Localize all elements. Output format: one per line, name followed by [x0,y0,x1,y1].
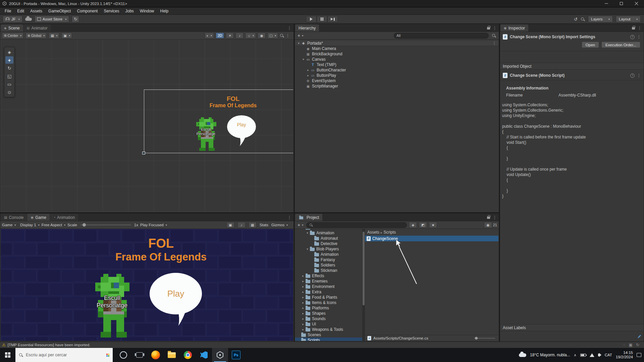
rect-tool-button[interactable]: ▭ [5,80,13,88]
refresh-button[interactable]: ↻ [72,16,79,22]
tab-hierarchy[interactable]: Hierarchy [295,24,319,32]
start-button[interactable] [0,348,15,362]
scale-tool-button[interactable]: ◱ [5,72,13,80]
foldout-arrow-icon[interactable]: ▸ [301,296,305,299]
foldout-arrow-icon[interactable]: ▾ [305,247,310,251]
unity-taskbar-button[interactable] [212,348,228,362]
character-button-label[interactable]: EscullPersonatge [78,294,146,309]
metrics-icon[interactable]: ▦ [249,222,257,228]
hierarchy-item-canvas[interactable]: ▾Canvas [295,57,498,62]
weather-text[interactable]: 18°C Mayorm. nubla... [530,353,570,357]
help-icon[interactable]: ? [630,35,635,39]
project-folder-extra[interactable]: ▸Extra [295,289,362,295]
tab-animation[interactable]: ◔Animation [50,214,78,221]
cortana-button[interactable] [115,348,131,362]
close-button[interactable] [629,0,644,7]
scrollbar-thumb[interactable] [363,232,365,305]
foldout-arrow-icon[interactable]: ▸ [301,301,305,304]
play-button-label[interactable]: Play [227,122,256,127]
menu-window[interactable]: Window [137,9,157,13]
transform-tool-button[interactable]: ⊙ [5,88,13,96]
hierarchy-item-main-camera[interactable]: Main Camera [295,46,498,51]
project-folder-environment[interactable]: ▸Environment [295,284,362,289]
project-folder-blob-players[interactable]: ▾Blob Players [295,246,362,252]
scene-options-icon[interactable] [492,41,496,46]
hierarchy-search-icon[interactable] [492,34,496,38]
2d-toggle[interactable]: 2D [216,33,224,39]
foldout-arrow-icon[interactable]: ▸ [301,274,305,278]
project-folder-platforms[interactable]: ▸Platforms [295,305,362,311]
play-button[interactable] [306,16,317,22]
handle-position-dropdown[interactable]: ⊞Center [2,33,23,39]
draw-mode-dropdown[interactable]: ◐ [205,33,214,39]
scale-slider-thumb[interactable] [83,223,86,227]
game-viewport[interactable]: FOL Frame Of Legends EscullPersonatge Pl… [1,229,293,341]
menu-component[interactable]: Component [74,9,101,13]
gizmos-dropdown[interactable]: Gizmos [271,223,288,227]
wifi-icon[interactable] [590,353,594,357]
chrome-button[interactable] [180,348,196,362]
favorites-icon[interactable]: ★ [429,222,437,228]
project-folder-food-plants[interactable]: ▸Food & Plants [295,295,362,300]
account-dropdown[interactable]: JF [3,16,22,22]
status-refresh-icon[interactable]: ↻ [636,343,639,347]
effects-dropdown[interactable]: ☼ [245,33,256,39]
language-indicator[interactable]: CAT [605,353,612,357]
scene-viewport[interactable]: FOL Frame Of Legends EscullPersonatge Pl… [1,40,293,212]
project-folder-detective[interactable]: Detective [295,241,362,246]
tab-scene[interactable]: ◈Scene [1,24,23,32]
search-by-type-icon[interactable]: ◈ [409,222,417,228]
foldout-arrow-icon[interactable]: ▸ [301,306,305,310]
hierarchy-item-text-tmp[interactable]: TText (TMP) [295,62,498,67]
thumbnail-zoom-slider[interactable] [474,338,495,339]
volume-icon[interactable] [598,354,600,356]
taskbar-search[interactable] [15,348,113,362]
zoom-slider-thumb[interactable] [475,337,478,340]
search-icon[interactable] [581,17,585,21]
foldout-arrow-icon[interactable]: ▸ [301,280,305,283]
hierarchy-item-scriptmanager[interactable]: ScriptManager [295,83,498,89]
aspect-dropdown[interactable]: Free Aspect [42,223,65,227]
search-by-label-icon[interactable]: ◩ [419,222,427,228]
menu-edit[interactable]: Edit [14,9,27,13]
visibility-toggle[interactable]: ◉ [258,33,266,39]
project-folder-animation[interactable]: Animation [295,252,362,257]
grid-visibility-dropdown[interactable]: ▦ [49,33,59,39]
mute-audio-icon[interactable]: ♪ [237,222,246,228]
menu-jobs[interactable]: Jobs [122,9,137,13]
execution-order-button[interactable]: Execution Order... [601,42,640,48]
project-tree-scrollbar[interactable] [362,229,365,341]
task-view-button[interactable] [131,348,148,362]
open-button[interactable]: Open [582,42,599,48]
game-menu-icon[interactable] [287,215,291,220]
inspector-menu-icon[interactable] [638,26,642,31]
menu-help[interactable]: Help [157,9,172,13]
character-button-label[interactable]: EscullPersonatge [186,127,226,136]
foldout-arrow-icon[interactable]: ▸ [306,68,310,72]
project-menu-icon[interactable] [493,215,497,220]
tab-inspector[interactable]: ◉Inspector [500,24,528,32]
move-tool-button[interactable]: + [5,56,13,64]
taskbar-clock[interactable]: 14:15 19/2/2024 [616,351,633,359]
scene-menu-icon[interactable] [287,26,291,31]
foldout-arrow-icon[interactable]: ▸ [301,285,305,288]
taskbar-search-input[interactable] [26,353,93,357]
asset-item-changescene[interactable]: ChangeScene [365,236,498,241]
project-folder-items-icons[interactable]: ▸Items & Icons [295,300,362,305]
play-focused-dropdown[interactable]: Play Focused [140,223,167,227]
layers-dropdown[interactable]: Layers [588,16,613,22]
menu-assets[interactable]: Assets [27,9,45,13]
project-folder-astronaut[interactable]: Astronaut [295,236,362,241]
foldout-arrow-icon[interactable]: ▸ [306,74,310,77]
lighting-toggle[interactable]: ☀ [226,33,234,39]
vscode-button[interactable] [196,348,212,362]
project-folder-enemies[interactable]: ▸Enemies [295,279,362,284]
project-folder-ui[interactable]: ▸UI [295,321,362,327]
snap-settings-dropdown[interactable]: ▣ [61,33,72,39]
play-button-label[interactable]: Play [152,289,199,299]
audio-toggle[interactable]: ♪ [235,33,244,39]
game-view-dropdown[interactable]: Game [2,223,16,227]
undo-history-icon[interactable]: ↺ [574,17,578,22]
photoshop-button[interactable]: Ps [228,348,244,362]
project-search-field[interactable] [306,222,407,228]
